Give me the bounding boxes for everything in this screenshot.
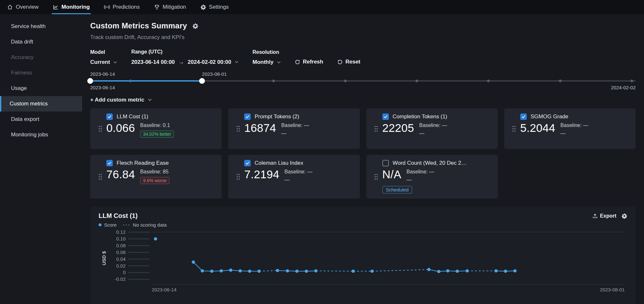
drag-handle-icon[interactable] xyxy=(508,113,520,144)
slider-handle-end[interactable] xyxy=(199,78,205,84)
data-point[interactable] xyxy=(446,269,449,272)
slider-track[interactable] xyxy=(90,78,636,84)
nav-item-monitoring[interactable]: Monitoring xyxy=(53,0,90,14)
sidebar-item-label: Monitoring jobs xyxy=(11,132,48,138)
data-point[interactable] xyxy=(370,270,374,273)
slider-handle-start[interactable] xyxy=(87,78,93,84)
sidebar-item-usage[interactable]: Usage xyxy=(0,81,82,96)
metric-checkbox[interactable] xyxy=(106,160,113,166)
add-custom-metric-button[interactable]: + Add custom metric xyxy=(90,97,152,103)
range-label: Range (UTC) xyxy=(131,49,238,55)
metric-checkbox[interactable] xyxy=(106,113,113,120)
metric-card-prompt-tokens-2: Prompt Tokens (2)16874Baseline: —— xyxy=(228,108,360,149)
drag-handle-icon[interactable] xyxy=(232,113,244,144)
resolution-dropdown[interactable]: Monthly xyxy=(253,59,281,65)
drag-handle-icon[interactable] xyxy=(370,160,382,193)
sidebar-item-data-drift[interactable]: Data drift xyxy=(0,34,82,50)
refresh-icon xyxy=(295,59,300,65)
model-dropdown[interactable]: Current xyxy=(90,59,117,65)
data-point[interactable] xyxy=(504,270,507,273)
sidebar-item-data-export[interactable]: Data export xyxy=(0,112,82,127)
metric-card-body: Completion Tokens (1)22205Baseline: —— xyxy=(382,113,492,144)
metric-card-body: Prompt Tokens (2)16874Baseline: —— xyxy=(244,113,354,144)
chart-settings-gear-icon[interactable] xyxy=(621,213,627,219)
data-point[interactable] xyxy=(495,269,498,272)
export-button[interactable]: Export xyxy=(592,213,616,219)
metric-checkbox[interactable] xyxy=(382,113,389,120)
data-point[interactable] xyxy=(427,268,430,271)
model-control: Model Current xyxy=(90,49,117,65)
slider-tick xyxy=(630,80,633,82)
data-point[interactable] xyxy=(295,270,299,273)
data-point[interactable] xyxy=(210,270,213,273)
data-point[interactable] xyxy=(257,270,261,273)
metric-card-flesch-reading-ease: Flesch Reading Ease76.84Baseline: 859.6%… xyxy=(90,155,222,199)
data-point[interactable] xyxy=(201,269,204,272)
y-axis-title: USD $ xyxy=(101,251,107,265)
metric-title: SGMOG Grade xyxy=(531,113,568,120)
data-point[interactable] xyxy=(513,269,516,272)
y-tick-label: -0.02 xyxy=(115,276,126,282)
drag-handle-icon[interactable] xyxy=(94,160,106,193)
nav-item-predictions[interactable]: Predictions xyxy=(104,0,140,14)
reset-button[interactable]: Reset xyxy=(337,59,360,65)
data-point[interactable] xyxy=(229,269,232,272)
home-icon xyxy=(7,4,13,10)
metric-value: 16874 xyxy=(244,122,276,134)
data-point[interactable] xyxy=(456,270,459,273)
data-point[interactable] xyxy=(276,269,279,272)
nav-item-mitigation[interactable]: Mitigation xyxy=(154,0,186,14)
nav-item-settings[interactable]: Settings xyxy=(200,0,229,14)
date-range-slider: 2023-06-14 2023-08-01 2023-06-14 2024-02… xyxy=(90,71,636,90)
nav-item-overview[interactable]: Overview xyxy=(7,0,39,14)
metric-checkbox[interactable] xyxy=(244,160,251,166)
metric-cards-grid: LLM Cost (1)0.066Baseline: 0.134.02% bet… xyxy=(90,108,636,199)
data-point[interactable] xyxy=(192,260,195,264)
metric-value: 22205 xyxy=(382,122,414,134)
sidebar-item-custom-metrics[interactable]: Custom metrics xyxy=(0,96,82,112)
data-point[interactable] xyxy=(466,269,469,272)
data-point[interactable] xyxy=(286,269,289,272)
data-point[interactable] xyxy=(314,269,317,272)
page-header: Custom Metrics Summary xyxy=(90,21,636,30)
x-axis-end-label: 2023-08-01 xyxy=(600,287,625,292)
y-tick-label: 0.04 xyxy=(116,256,126,262)
metric-checkbox[interactable] xyxy=(520,113,527,120)
metric-title: Word Count (Wed, 20 Dec 2… xyxy=(393,160,467,166)
baseline-delta-badge: — xyxy=(407,177,412,183)
nav-label: Monitoring xyxy=(62,4,90,10)
main-content: Custom Metrics Summary Track custom Drif… xyxy=(82,14,644,304)
slider-selected-labels: 2023-06-14 2023-08-01 xyxy=(90,71,636,77)
range-picker[interactable]: 2023-06-14 00:00 → 2024-02-02 00:00 xyxy=(131,59,238,65)
llm-cost-chart-panel: LLM Cost (1) Export ScoreNo scoring data… xyxy=(90,206,636,304)
sidebar-item-service-health[interactable]: Service health xyxy=(0,19,82,34)
sidebar-item-monitoring-jobs[interactable]: Monitoring jobs xyxy=(0,127,82,142)
sidebar-item-label: Custom metrics xyxy=(10,101,48,107)
data-point[interactable] xyxy=(248,270,251,273)
llm-cost-chart: 0.120.100.080.060.040.020-0.02USD $2023-… xyxy=(99,230,627,294)
data-point[interactable] xyxy=(220,269,223,272)
metric-checkbox[interactable] xyxy=(244,113,251,120)
data-point[interactable] xyxy=(437,270,440,273)
metric-card-body: SGMOG Grade5.2044Baseline: —— xyxy=(520,113,630,144)
data-point[interactable] xyxy=(351,270,355,273)
drag-handle-icon[interactable] xyxy=(232,160,244,193)
slider-tick xyxy=(416,80,418,82)
app-screen: OverviewMonitoringPredictionsMitigationS… xyxy=(0,0,644,304)
nav-label: Settings xyxy=(209,4,229,10)
sidebar-item-label: Data export xyxy=(11,116,39,123)
metric-card-sgmog-grade: SGMOG Grade5.2044Baseline: —— xyxy=(504,108,636,149)
dashed-line-icon xyxy=(123,224,130,226)
drag-handle-icon[interactable] xyxy=(94,113,106,144)
sidebar-item-label: Fairness xyxy=(11,70,32,76)
page-settings-gear-icon[interactable] xyxy=(192,23,198,29)
refresh-button[interactable]: Refresh xyxy=(295,59,323,65)
metric-value: 5.2044 xyxy=(520,122,555,134)
arrow-right-icon: → xyxy=(178,59,185,65)
resolution-value: Monthly xyxy=(253,59,274,65)
metric-checkbox[interactable] xyxy=(382,160,389,166)
data-point[interactable] xyxy=(305,270,308,273)
drag-handle-icon[interactable] xyxy=(370,113,382,144)
data-point[interactable] xyxy=(154,237,157,240)
data-point[interactable] xyxy=(239,269,242,272)
